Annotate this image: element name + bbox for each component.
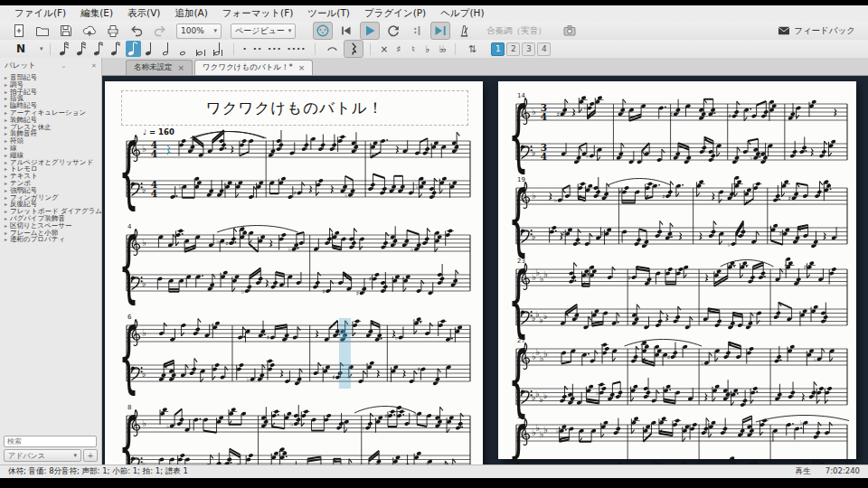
new-score-button[interactable] [9,22,29,40]
palette-item-21[interactable]: ▸区切りとスペーサー [0,222,101,230]
palette-item-11[interactable]: ▸縦線 [0,152,101,159]
play-repeats-button[interactable] [407,22,427,40]
midi-input-button[interactable] [313,22,333,40]
menu-item-3[interactable]: 追加(A) [167,7,214,20]
zoom-select[interactable]: 100%▾ [176,23,222,39]
palette-item-2[interactable]: ▸拍子記号 [0,89,101,96]
metronome-button[interactable] [454,22,474,40]
palette-item-1[interactable]: ▸調号 [0,81,101,89]
score-system[interactable]: {♭♭♭♭♭♭♯♭♯8 [118,396,472,465]
augmentation-dot-3-button[interactable]: ··· [265,43,285,55]
menu-item-0[interactable]: ファイル(F) [7,7,73,20]
print-button[interactable] [103,22,123,40]
voice-1-button[interactable]: 1 [491,42,505,56]
note-quarter-button[interactable] [143,41,158,57]
palette-item-14[interactable]: ▸テキスト [0,173,101,180]
palette-item-18[interactable]: ▸反復記号 [0,201,101,208]
image-capture-button[interactable] [560,22,580,40]
note-half-button[interactable] [160,41,175,57]
palette-item-15[interactable]: ▸テンポ [0,180,101,187]
palette-item-10[interactable]: ▸線 [0,145,101,152]
menu-item-6[interactable]: プラグイン(P) [357,7,433,20]
score-system[interactable]: {♭♭♭♭♭♭♭♭♯♯♯23 [507,249,849,340]
palette-item-12[interactable]: ▸アルペジオとグリッサンド [0,159,101,166]
double-flat-button[interactable]: ♭♭ [435,43,448,54]
flat-button[interactable]: ♭ [420,43,434,54]
feedback-button[interactable]: フィードバック [778,25,855,37]
redo-button[interactable] [150,22,170,40]
note-64th-button[interactable] [74,41,90,57]
score-system[interactable]: {♭♭♭♯♭♭♭♭♯♯♯4 [118,215,472,305]
undo-button[interactable] [127,22,146,40]
flip-direction-button[interactable]: ⇅ [462,40,482,58]
palette-item-6[interactable]: ▸装飾記号 [0,117,101,124]
view-mode-select[interactable]: ページビュー▾ [231,23,296,39]
workspace-select[interactable]: アドバンス ▾ [4,449,81,462]
palette-item-7[interactable]: ▸ブレスと休止 [0,124,101,131]
score-system[interactable]: {♭♭♯♭♭♯♯6 [118,305,472,396]
note-breve-button[interactable] [194,41,210,57]
score-system[interactable]: {♭♭♭♯♯♯♯♯♭♯19 [507,168,849,258]
score-page-right[interactable]: {♭♭3434♯♭♯♯♭♭14{♭♭♭♯♯♯♯♯♭♯19{♭♭♭♭♭♭♭♭♯♯♯… [498,81,856,459]
score-title: ワクワクけものバトル！ [206,99,383,118]
menu-item-5[interactable]: ツール(T) [300,7,357,20]
note-input-button[interactable]: N [7,40,34,58]
open-file-button[interactable] [33,22,52,40]
augmentation-dot-1-button[interactable]: · [241,43,250,55]
palette-item-5[interactable]: ▸アーティキュレーション [0,109,101,117]
palette-item-16[interactable]: ▸強弱記号 [0,187,101,194]
palette-item-20[interactable]: ▸バグパイプ装飾音 [0,215,101,222]
note-8th-button[interactable] [126,41,141,57]
voice-4-button[interactable]: 4 [537,42,551,56]
score-system[interactable]: {♭♭♭♭♭♭♭♭♭♭♭♭♯31 [507,405,849,465]
palette-item-4[interactable]: ▸臨時記号 [0,102,101,109]
palette-item-9[interactable]: ▸符頭 [0,137,101,145]
palette-item-19[interactable]: ▸フレットボード ダイアグラム [0,208,101,215]
palette-item-22[interactable]: ▸フレームと小節 [0,230,101,237]
score-canvas[interactable]: ワクワクけものバトル！ {♭♭4444♭♯♭♭♩ = 160{♭♭♭♯♭♭♭♭♯… [102,76,868,465]
menu-item-7[interactable]: ヘルプ(H) [433,7,491,20]
document-tab-0[interactable]: 名称未設定× [126,60,193,75]
augmentation-dot-4-button[interactable]: ···· [285,43,309,55]
double-sharp-button[interactable]: × [377,43,391,54]
pan-score-button[interactable] [430,22,450,40]
note-128th-button[interactable] [57,41,72,57]
save-button[interactable] [56,22,76,40]
menu-item-4[interactable]: フォーマット(F) [215,7,300,20]
play-button[interactable] [360,22,380,40]
note-whole-button[interactable] [177,41,193,57]
voice-3-button[interactable]: 3 [522,42,535,56]
palette-item-17[interactable]: ▸フィンガリング [0,194,101,202]
palette-close-icon[interactable]: ✕ [87,62,97,70]
menu-item-1[interactable]: 編集(E) [73,7,120,20]
palette-search-input[interactable] [4,436,97,447]
score-system[interactable]: {♭♭4444♭♯♭♭♩ = 160 [118,121,472,211]
palette-item-3[interactable]: ▸括弧 [0,95,101,102]
add-workspace-button[interactable]: + [83,449,98,462]
tab-close-icon[interactable]: × [298,63,306,72]
rewind-button[interactable] [336,22,356,40]
svg-text:♯: ♯ [369,276,372,283]
loop-playback-button[interactable] [383,22,403,40]
menu-item-2[interactable]: 表示(V) [120,7,167,20]
sharp-button[interactable]: ♯ [392,43,405,54]
tab-close-icon[interactable]: × [178,63,185,72]
voice-2-button[interactable]: 2 [506,42,520,56]
score-system[interactable]: {♭♭3434♯♭♯♯♭♭14 [507,84,849,174]
note-longa-button[interactable] [212,41,227,57]
palette-menu-icon[interactable]: ⌄ [57,62,67,70]
palette-item-23[interactable]: ▸連桁のプロパティ [0,236,101,243]
augmentation-dot-2-button[interactable]: ·· [250,43,265,55]
save-online-button[interactable] [80,22,99,40]
rest-button[interactable] [344,40,363,58]
natural-button[interactable]: ♮ [406,43,420,54]
note-16th-button[interactable] [108,41,124,57]
palette-item-13[interactable]: ▸トレモロ [0,165,101,173]
palette-item-0[interactable]: ▸音部記号 [0,74,101,81]
concert-pitch-button[interactable]: 合奏調（実音） [486,25,547,37]
palette-item-8[interactable]: ▸装飾音符 [0,130,101,137]
tie-button[interactable] [322,40,342,58]
note-32nd-button[interactable] [91,41,107,57]
document-tab-1[interactable]: ワクワクけものバトル！*× [194,60,313,75]
score-page-left[interactable]: ワクワクけものバトル！ {♭♭4444♭♯♭♭♩ = 160{♭♭♭♯♭♭♭♭♯… [105,81,483,465]
